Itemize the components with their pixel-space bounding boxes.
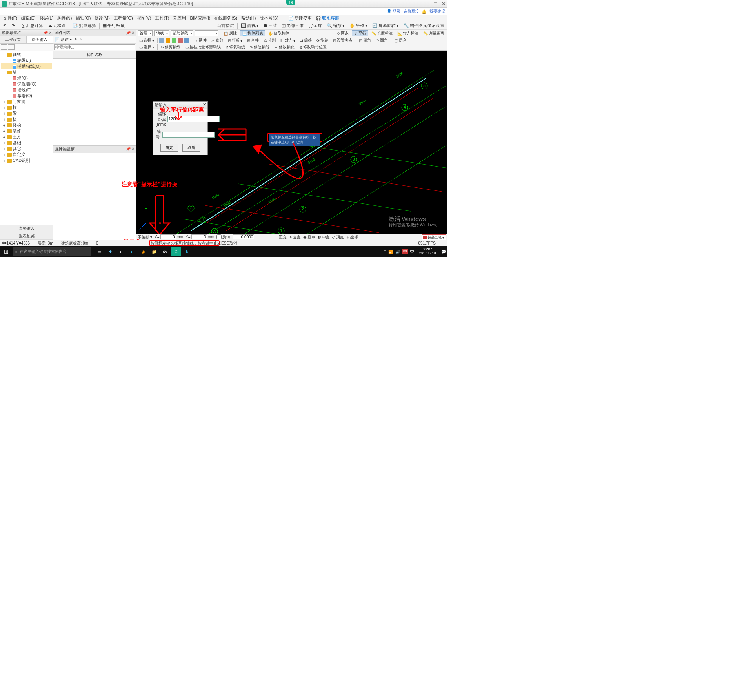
- component-list-pin[interactable]: 📌 ×: [126, 31, 134, 35]
- snap-cross[interactable]: ✕ 交点: [289, 234, 301, 240]
- tool-icon[interactable]: [184, 38, 189, 43]
- taskbar-gcl[interactable]: G: [171, 247, 181, 256]
- tree-item[interactable]: −轴线: [1, 52, 52, 58]
- topview-button[interactable]: 🔲 俯视 ▾: [239, 22, 260, 29]
- rotate-checkbox[interactable]: [216, 234, 222, 239]
- tray-shield-icon[interactable]: 🛡: [410, 250, 414, 254]
- close-button[interactable]: ✕: [442, 1, 446, 7]
- offset-input[interactable]: [167, 116, 220, 122]
- menu-cloud[interactable]: 云应用: [171, 15, 187, 22]
- break-button[interactable]: ⊟ 打断 ▾: [226, 38, 244, 43]
- menu-file[interactable]: 文件(F): [2, 15, 19, 22]
- property-editor-pin[interactable]: 📌 ×: [126, 147, 134, 152]
- fillet-button[interactable]: ◸ 倒角: [358, 38, 373, 43]
- taskbar-search[interactable]: ○ 在这里输入你要搜索的内容: [13, 247, 91, 256]
- y-input[interactable]: [191, 234, 207, 239]
- more-component-button[interactable]: »: [80, 37, 82, 42]
- batch-select-button[interactable]: 📑 批量选择: [71, 22, 98, 29]
- nav-collapse-button[interactable]: −: [8, 44, 14, 50]
- report-preview-tab[interactable]: 报表预览: [0, 232, 53, 240]
- tray-volume-icon[interactable]: 🔊: [395, 250, 400, 254]
- contact-support-button[interactable]: 🎧 联系客服: [314, 15, 341, 22]
- redo-button[interactable]: ↷: [10, 23, 16, 29]
- new-change-button[interactable]: 📄 新建变更: [287, 15, 313, 22]
- parallel-board-button[interactable]: ▦ 平行板顶: [101, 22, 126, 29]
- tree-item[interactable]: +梁: [1, 111, 52, 116]
- component-tree[interactable]: −轴线轴网(J)辅助轴线(O)−墙墙(Q)保温墙(Q)墙垛(E)幕墙(Q)+门窗…: [0, 51, 53, 225]
- align-tool-button[interactable]: ⊫ 对齐 ▾: [279, 38, 297, 43]
- tree-item[interactable]: 辅助轴线(O): [1, 63, 52, 69]
- batch-trim-axis-button[interactable]: ▭ 拉框批量修剪轴线: [184, 44, 222, 50]
- tree-item[interactable]: 墙(Q): [1, 75, 52, 81]
- extend-button[interactable]: → 延伸: [193, 38, 208, 43]
- login-link[interactable]: 👤 登录: [387, 9, 400, 14]
- restore-axis-button[interactable]: ↺ 恢复轴线: [224, 44, 247, 50]
- minimize-button[interactable]: —: [424, 1, 429, 7]
- tool-icon[interactable]: [166, 38, 170, 43]
- length-dim-button[interactable]: 📏 长度标注: [370, 31, 394, 36]
- tree-item[interactable]: +楼梯: [1, 122, 52, 128]
- no-offset-mode[interactable]: 不偏移 ▾: [138, 234, 152, 240]
- tree-item[interactable]: +门窗洞: [1, 99, 52, 105]
- nav-panel-pin[interactable]: 📌 ×: [43, 31, 51, 35]
- sum-calc-button[interactable]: ∑ 汇总计算: [20, 22, 45, 29]
- menu-bim[interactable]: BIM应用(I): [188, 15, 212, 22]
- snap-vertex[interactable]: ◇ 顶点: [332, 234, 344, 240]
- tray-ime-icon[interactable]: 中: [402, 249, 408, 254]
- tree-item[interactable]: +CAD识别: [1, 158, 52, 163]
- merge-button[interactable]: ⊞ 合并: [246, 38, 260, 43]
- bell-icon[interactable]: 🔔: [422, 9, 426, 14]
- fullscreen-button[interactable]: ⛶ 全屏: [307, 22, 324, 29]
- taskbar-app-2[interactable]: e: [116, 247, 126, 256]
- undo-button[interactable]: ↶: [2, 23, 8, 29]
- zoom-button[interactable]: 🔍 缩放 ▾: [325, 22, 346, 29]
- cancel-button[interactable]: 取消: [182, 144, 200, 152]
- snap-ortho[interactable]: ⊥ 正交: [275, 234, 287, 240]
- delete-component-button[interactable]: ✕: [74, 37, 77, 42]
- taskbar-store[interactable]: 🛍: [160, 247, 170, 256]
- table-input-tab[interactable]: 表格输入: [0, 225, 53, 232]
- tree-item[interactable]: +基础: [1, 140, 52, 146]
- menu-version[interactable]: 版本号(B): [258, 15, 280, 22]
- tree-item[interactable]: +其它: [1, 146, 52, 152]
- dialog-close-button[interactable]: ✕: [203, 102, 206, 108]
- partial-3d-button[interactable]: ◫ 局部三维: [280, 22, 305, 29]
- tree-item[interactable]: +土方: [1, 134, 52, 140]
- price-beans[interactable]: 造价豆:0: [404, 9, 418, 14]
- tree-item[interactable]: 墙垛(E): [1, 87, 52, 93]
- feedback-link[interactable]: 我要建议: [429, 9, 445, 14]
- trim-axis-button[interactable]: ✂ 修剪轴线: [159, 44, 182, 50]
- offset-button[interactable]: ⇉ 偏移: [298, 38, 313, 43]
- menu-modify[interactable]: 修改(M): [93, 15, 111, 22]
- 3d-button[interactable]: ⬢ 三维: [262, 22, 278, 29]
- tree-item[interactable]: +装修: [1, 128, 52, 134]
- split-button[interactable]: ⧋ 分割: [262, 38, 277, 43]
- notification-badge[interactable]: 19: [286, 0, 295, 5]
- ok-button[interactable]: 确定: [160, 144, 178, 152]
- set-grip-button[interactable]: ⊡ 设置夹点: [331, 38, 354, 43]
- edit-axis-dist-button[interactable]: ↔ 修改轴距: [273, 44, 296, 50]
- taskbar-clock[interactable]: 22:072017/12/31: [417, 248, 439, 256]
- x-input[interactable]: [160, 234, 176, 239]
- close-button-tool[interactable]: ▢ 闭合: [393, 38, 408, 43]
- new-component-button[interactable]: 📄 新建 ▾: [55, 37, 72, 42]
- select-axis-button[interactable]: ▭ 选择 ▾: [138, 44, 156, 50]
- menu-tools[interactable]: 工具(T): [153, 15, 171, 22]
- aux-axis-select[interactable]: 辅助轴线: [171, 30, 193, 36]
- component-select[interactable]: [195, 30, 218, 36]
- tray-network-icon[interactable]: 📶: [388, 250, 393, 254]
- edit-axis-pos-button[interactable]: ⊕ 修改轴号位置: [298, 44, 328, 50]
- taskbar-app-1[interactable]: ❖: [105, 247, 115, 256]
- tool-icon[interactable]: [178, 38, 183, 43]
- parallel-button[interactable]: ⫽ 平行: [352, 30, 368, 36]
- tab-project-settings[interactable]: 工程设置: [0, 36, 27, 43]
- menu-view[interactable]: 视图(V): [135, 15, 153, 22]
- tree-item[interactable]: 保温墙(Q): [1, 81, 52, 87]
- current-floor-button[interactable]: 当前楼层: [215, 22, 236, 29]
- rotate-tool-button[interactable]: ⟳ 旋转: [315, 38, 330, 43]
- pan-button[interactable]: ✋ 平移 ▾: [348, 22, 369, 29]
- floor-select[interactable]: 首层: [138, 30, 153, 36]
- maximize-button[interactable]: □: [434, 1, 437, 7]
- tree-item[interactable]: 幕墙(Q): [1, 93, 52, 99]
- display-settings-button[interactable]: 🔧 构件图元显示设置: [402, 22, 446, 29]
